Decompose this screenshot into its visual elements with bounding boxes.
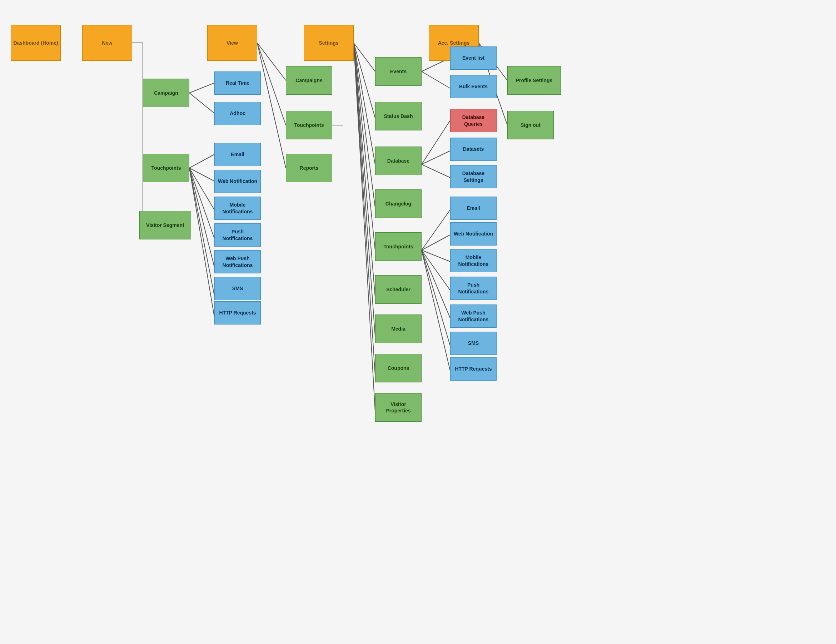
node-touchpoints-settings[interactable]: Touchpoints: [375, 232, 421, 261]
node-datasets[interactable]: Datasets: [450, 137, 496, 161]
svg-line-30: [421, 164, 450, 178]
svg-line-7: [189, 168, 214, 181]
svg-line-31: [421, 210, 450, 250]
node-sms-settings[interactable]: SMS: [450, 332, 496, 355]
node-events[interactable]: Events: [375, 57, 421, 86]
node-sms-new[interactable]: SMS: [214, 277, 261, 300]
svg-line-8: [189, 168, 214, 210]
node-event-list[interactable]: Event list: [450, 46, 496, 70]
node-visitor-segment[interactable]: Visitor Segment: [139, 211, 191, 239]
node-view[interactable]: View: [207, 25, 257, 61]
svg-line-35: [421, 250, 450, 318]
node-email-new[interactable]: Email: [214, 143, 261, 166]
svg-line-21: [354, 43, 375, 250]
node-campaigns-view[interactable]: Campaigns: [286, 66, 332, 95]
svg-line-34: [421, 250, 450, 290]
node-push-notif-new[interactable]: PushNotifications: [214, 223, 261, 247]
svg-line-14: [257, 43, 286, 125]
svg-line-37: [421, 250, 450, 371]
node-push-notif-settings[interactable]: PushNotifications: [450, 276, 496, 300]
node-http-settings[interactable]: HTTP Requests: [450, 357, 496, 381]
node-profile-settings[interactable]: Profile Settings: [507, 66, 561, 95]
node-coupons[interactable]: Coupons: [375, 354, 421, 382]
node-mobile-notif-new[interactable]: MobileNotifications: [214, 196, 261, 220]
svg-line-11: [189, 168, 214, 296]
node-reports-view[interactable]: Reports: [286, 154, 332, 182]
node-changelog[interactable]: Changelog: [375, 190, 421, 218]
svg-line-13: [257, 43, 286, 80]
svg-line-29: [421, 151, 450, 164]
node-touchpoints-new[interactable]: Touchpoints: [143, 154, 189, 182]
svg-line-12: [189, 168, 214, 317]
node-web-notif-new[interactable]: Web Notification: [214, 170, 261, 193]
node-settings[interactable]: Settings: [304, 25, 354, 61]
svg-line-18: [354, 43, 375, 118]
node-campaign[interactable]: Campaign: [143, 78, 189, 107]
svg-line-9: [189, 168, 214, 239]
node-web-notif-settings[interactable]: Web Notification: [450, 222, 496, 245]
node-db-queries[interactable]: DatabaseQueries: [450, 109, 496, 132]
svg-line-24: [354, 43, 375, 375]
svg-line-25: [354, 43, 375, 411]
svg-line-17: [354, 43, 375, 72]
svg-line-22: [354, 43, 375, 297]
node-scheduler[interactable]: Scheduler: [375, 275, 421, 304]
svg-line-15: [257, 43, 286, 168]
svg-line-20: [354, 43, 375, 207]
node-web-push-settings[interactable]: Web PushNotifications: [450, 304, 496, 328]
node-visitor-props[interactable]: VisitorProperties: [375, 393, 421, 422]
node-web-push-new[interactable]: Web PushNotifications: [214, 250, 261, 273]
svg-line-5: [189, 93, 214, 113]
svg-line-6: [189, 154, 214, 168]
node-bulk-events[interactable]: Bulk Events: [450, 75, 496, 98]
diagram-canvas: Dashboard (Home) New View Settings Acc. …: [0, 0, 836, 644]
node-email-settings[interactable]: Email: [450, 196, 496, 220]
node-database[interactable]: Database: [375, 147, 421, 175]
svg-line-23: [354, 43, 375, 336]
node-touchpoints-view[interactable]: Touchpoints: [286, 111, 332, 139]
node-http-new[interactable]: HTTP Requests: [214, 301, 261, 325]
svg-line-32: [421, 235, 450, 250]
node-media[interactable]: Media: [375, 314, 421, 343]
node-real-time[interactable]: Real Time: [214, 72, 261, 95]
svg-line-10: [189, 168, 214, 267]
node-mobile-notif-settings[interactable]: MobileNotifications: [450, 249, 496, 272]
svg-line-27: [421, 72, 450, 88]
svg-line-4: [189, 83, 214, 93]
node-new[interactable]: New: [82, 25, 132, 61]
node-status-dash[interactable]: Status Dash: [375, 102, 421, 131]
node-db-settings[interactable]: DatabaseSettings: [450, 165, 496, 188]
node-sign-out[interactable]: Sign out: [507, 111, 554, 139]
svg-line-36: [421, 250, 450, 346]
node-adhoc[interactable]: Adhoc: [214, 102, 261, 125]
svg-line-19: [354, 43, 375, 164]
node-dashboard[interactable]: Dashboard (Home): [11, 25, 61, 61]
svg-line-28: [421, 121, 450, 164]
svg-line-33: [421, 250, 450, 262]
